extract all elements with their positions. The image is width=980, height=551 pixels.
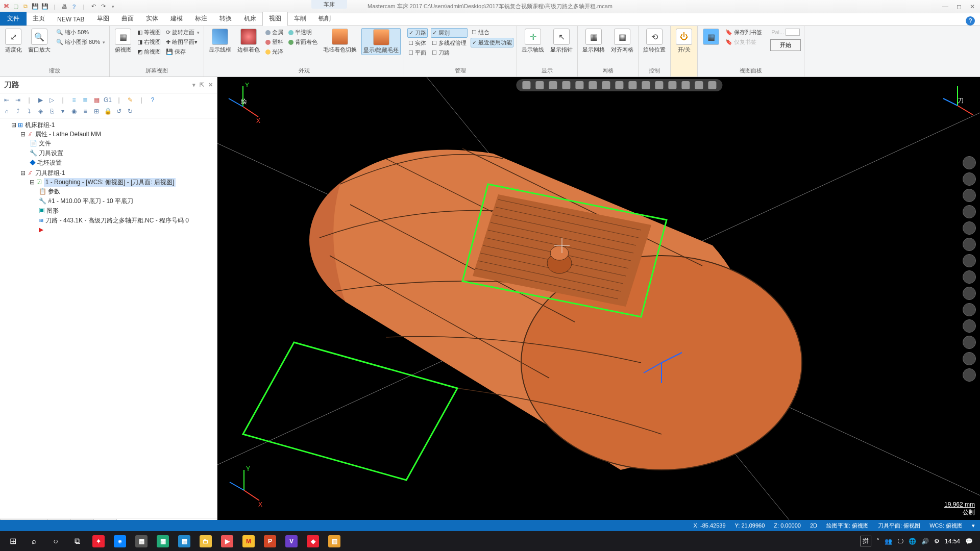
- vptb-icon[interactable]: [681, 81, 690, 89]
- autohide-icon[interactable]: ⇱: [200, 82, 204, 88]
- m-solid[interactable]: ☐ 实体: [407, 39, 428, 47]
- tree-path[interactable]: ≋ 刀路 - 443.1K - 高级刀路之多轴开粗.NC - 程序号码 0: [39, 216, 215, 226]
- vptb-icon[interactable]: [522, 81, 530, 89]
- stockcolor-button[interactable]: 毛坯着色切换: [322, 28, 358, 54]
- tb-ppt[interactable]: P: [259, 533, 281, 549]
- status-2d[interactable]: 2D: [810, 522, 817, 529]
- new-icon[interactable]: ▢: [12, 3, 20, 11]
- vptb-icon[interactable]: [615, 81, 623, 89]
- tab-machine[interactable]: 机床: [238, 12, 262, 26]
- tab-newtab[interactable]: NEW TAB: [51, 14, 91, 26]
- rotate-pos[interactable]: ⟲旋转位置: [642, 28, 667, 54]
- open-icon[interactable]: ⧉: [21, 3, 30, 11]
- rail-btn[interactable]: [963, 189, 976, 202]
- mat-metal[interactable]: 金属: [264, 28, 284, 37]
- wireframe-button[interactable]: 显示线框: [207, 28, 233, 54]
- tbtn[interactable]: ⇥: [13, 95, 22, 105]
- tbtn[interactable]: ◉: [69, 107, 79, 116]
- tbtn[interactable]: |: [58, 95, 67, 105]
- right-view[interactable]: ◨ 右视图: [136, 38, 162, 46]
- togglestock-button[interactable]: 显示/隐藏毛坯: [361, 28, 401, 55]
- m-group[interactable]: ☐ 组合: [471, 28, 513, 37]
- tree-tool[interactable]: 🔧 #1 - M10.00 平底刀 - 10 平底刀: [39, 196, 215, 206]
- tray-up-icon[interactable]: ˄: [876, 538, 879, 545]
- tbtn[interactable]: ↺: [114, 107, 124, 116]
- fit-button[interactable]: ⤢适度化: [3, 28, 23, 54]
- dropdown-icon[interactable]: ▾: [109, 3, 117, 11]
- snap-grid[interactable]: ▦对齐网格: [609, 28, 635, 54]
- tab-solid[interactable]: 实体: [140, 12, 164, 26]
- tbtn[interactable]: ▶: [36, 95, 45, 105]
- start-button[interactable]: 开始: [770, 39, 801, 51]
- status-tplane[interactable]: 刀具平面: 俯视图: [878, 522, 920, 530]
- tb-app[interactable]: V: [281, 533, 302, 549]
- tb-app[interactable]: ▦: [152, 533, 174, 549]
- tab-dim[interactable]: 标注: [189, 12, 213, 26]
- tree-param[interactable]: 📋 参数: [39, 187, 215, 196]
- tbtn[interactable]: ▾: [58, 107, 67, 116]
- tab-mill[interactable]: 铣削: [312, 12, 337, 26]
- vptb-icon[interactable]: [549, 81, 557, 89]
- status-extra[interactable]: ▾: [972, 522, 975, 529]
- tbtn[interactable]: ?: [148, 95, 157, 105]
- rail-btn[interactable]: [963, 254, 976, 267]
- tb-app[interactable]: ▦: [131, 533, 152, 549]
- tb-app[interactable]: ◆: [302, 533, 324, 549]
- rotfix2[interactable]: ✚ 绘图平面▾: [165, 38, 201, 46]
- vptb-icon[interactable]: [642, 81, 650, 89]
- status-cplane[interactable]: 绘图平面: 俯视图: [826, 522, 869, 530]
- tbtn[interactable]: ⎘: [47, 107, 56, 116]
- tray-time[interactable]: 14:54: [945, 538, 960, 545]
- tree-root[interactable]: ⊟ ⊞ 机床群组-1 ⊟ ⫽ 属性 - Lathe Default MM 📄 文…: [11, 120, 215, 235]
- tbtn[interactable]: G1: [103, 95, 112, 105]
- operations-tree[interactable]: ⊟ ⊞ 机床群组-1 ⊟ ⫽ 属性 - Lathe Default MM 📄 文…: [0, 118, 217, 518]
- status-wcs[interactable]: WCS: 俯视图: [929, 522, 963, 530]
- topview-button[interactable]: ▦俯视图: [113, 28, 133, 54]
- tab-turn[interactable]: 车削: [288, 12, 312, 26]
- tb-app[interactable]: ✦: [88, 533, 109, 549]
- close-panel-icon[interactable]: ✕: [208, 82, 213, 88]
- save-view[interactable]: 💾 保存: [165, 47, 201, 56]
- viewpanel-btn[interactable]: ▦: [701, 28, 721, 45]
- tbtn[interactable]: ≡: [81, 107, 90, 116]
- vptb-icon[interactable]: [708, 81, 716, 89]
- maximize-button[interactable]: ◻: [957, 3, 962, 10]
- search-icon[interactable]: ⌕: [23, 533, 45, 549]
- rail-btn[interactable]: [963, 352, 976, 365]
- tb-explorer[interactable]: 🗀: [195, 533, 216, 549]
- ime-indicator[interactable]: 拼: [860, 536, 871, 546]
- tb-app[interactable]: ▶: [216, 533, 238, 549]
- tree-file[interactable]: 📄 文件: [30, 139, 215, 148]
- tree-stock[interactable]: ◆ 毛坯设置: [30, 158, 215, 168]
- help-button[interactable]: ?: [966, 16, 975, 26]
- vptb-icon[interactable]: [562, 81, 570, 89]
- rail-btn[interactable]: [963, 156, 976, 169]
- viewport-toolbar[interactable]: [516, 79, 722, 91]
- vptb-icon[interactable]: [628, 81, 636, 89]
- rail-btn[interactable]: [963, 172, 976, 186]
- tray-notif-icon[interactable]: 💬: [965, 538, 973, 545]
- tbtn[interactable]: ≣: [81, 95, 90, 105]
- tbtn[interactable]: ✎: [126, 95, 135, 105]
- tree-geom[interactable]: ▣ 图形: [39, 206, 215, 216]
- front-view[interactable]: ◩ 前视图: [136, 47, 162, 56]
- tbtn[interactable]: ◈: [36, 107, 45, 116]
- tbtn[interactable]: 🔒: [103, 107, 112, 116]
- rail-btn[interactable]: [963, 238, 976, 251]
- viewport[interactable]: Y X Y X 绘 刀: [217, 77, 980, 531]
- cortana-icon[interactable]: ○: [45, 533, 66, 549]
- vptb-icon[interactable]: [575, 81, 583, 89]
- tree-toolset[interactable]: 🔧 刀具设置: [30, 148, 215, 158]
- rail-btn[interactable]: [963, 270, 976, 284]
- tab-sketch[interactable]: 草图: [91, 12, 115, 26]
- mat-gloss[interactable]: 光泽: [264, 47, 284, 56]
- tbtn[interactable]: ⤴: [13, 107, 22, 116]
- tab-view[interactable]: 视图: [262, 12, 288, 26]
- rotfix1[interactable]: ⟳ 旋转定面: [165, 28, 201, 37]
- vptb-icon[interactable]: [668, 81, 676, 89]
- tab-file[interactable]: 文件: [0, 12, 27, 26]
- tab-model[interactable]: 建模: [164, 12, 189, 26]
- tray-screen-icon[interactable]: 🖵: [897, 538, 903, 545]
- rail-btn[interactable]: [963, 319, 976, 333]
- show-axis[interactable]: ✛显示轴线: [520, 28, 546, 54]
